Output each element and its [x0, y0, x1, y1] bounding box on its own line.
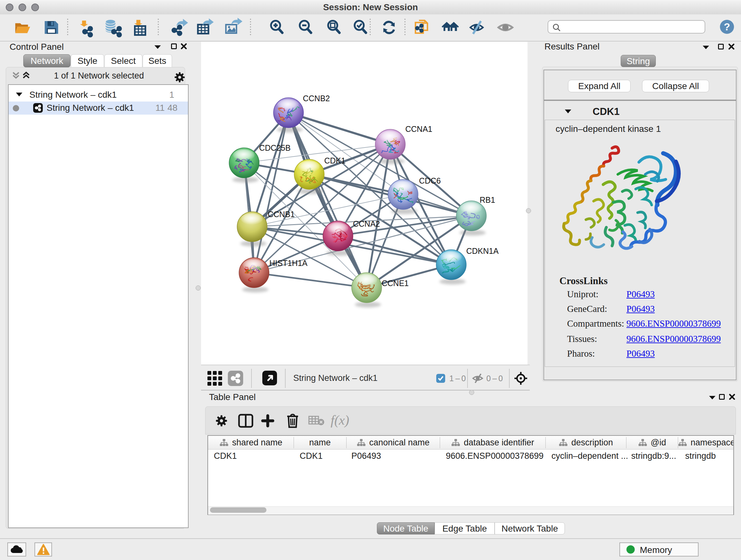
- svg-text:CCNA2: CCNA2: [353, 219, 380, 228]
- svg-text:CDKN1A: CDKN1A: [466, 246, 499, 255]
- svg-text:CDC6: CDC6: [419, 176, 441, 185]
- svg-text:RB1: RB1: [480, 195, 495, 204]
- svg-text:HIST1H1A: HIST1H1A: [269, 259, 308, 267]
- svg-text:CCNB2: CCNB2: [303, 94, 330, 103]
- svg-text:CDK1: CDK1: [324, 156, 346, 165]
- svg-text:CCNA1: CCNA1: [405, 125, 432, 133]
- svg-text:CCNE1: CCNE1: [382, 279, 409, 288]
- svg-text:CCNB1: CCNB1: [268, 210, 295, 219]
- svg-text:CDC25B: CDC25B: [259, 143, 291, 152]
